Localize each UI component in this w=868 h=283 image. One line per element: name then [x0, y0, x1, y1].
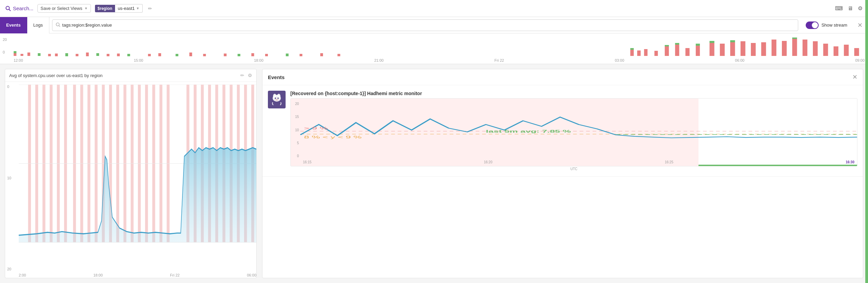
svg-rect-39	[675, 43, 679, 45]
x-label-1800: 18:00	[93, 273, 103, 277]
svg-rect-10	[55, 54, 58, 56]
svg-rect-44	[709, 41, 714, 43]
svg-rect-31	[630, 50, 634, 56]
timeline-x-labels: 12:00 15:00 18:00 21:00 Fri 22 03:00 06:…	[10, 58, 868, 62]
y-mini-label-0: 0	[297, 154, 299, 158]
svg-point-99	[277, 98, 279, 99]
show-stream-area: Show stream	[801, 21, 852, 29]
timeline-label-1500: 15:00	[134, 58, 143, 62]
x-mini-label-1615: 16:15	[303, 160, 311, 164]
mini-chart-utc-label: UTC	[290, 167, 857, 171]
search-field-icon	[56, 23, 60, 28]
right-panel-close-button[interactable]: ✕	[852, 73, 857, 81]
y-mini-label-15: 15	[295, 115, 299, 119]
timeline-label-2100: 21:00	[374, 58, 384, 62]
top-nav: Search... Save or Select Views ▼ $region…	[0, 0, 868, 17]
svg-rect-21	[189, 53, 192, 56]
tab-events[interactable]: Events	[0, 17, 27, 33]
mini-chart-x-labels: 16:15 16:20 16:25 16:30	[300, 158, 857, 166]
svg-text:last 5m avg: 7.85 %: last 5m avg: 7.85 %	[486, 129, 571, 133]
search-button[interactable]: Search...	[5, 5, 33, 11]
chart-settings-icon[interactable]: ⚙	[248, 73, 252, 78]
svg-rect-24	[238, 54, 240, 56]
views-dropdown-label: Save or Select Views	[41, 6, 82, 11]
region-selector: $region us-east1 ▼	[95, 4, 143, 13]
chart-title: Avg of system.cpu.user over us-east1 by …	[9, 73, 102, 78]
right-events-panel: Events ✕ [Recovere	[262, 69, 863, 278]
region-value-dropdown[interactable]: us-east1 ▼	[115, 4, 143, 13]
timeline-label-0900: 09:00	[855, 58, 865, 62]
monitor-icon[interactable]: 🖥	[848, 5, 853, 12]
edit-pencil-icon[interactable]: ✏	[148, 6, 152, 11]
svg-rect-9	[48, 54, 51, 56]
svg-rect-34	[644, 49, 647, 56]
region-chevron-icon: ▼	[136, 6, 140, 10]
timeline-y-label-0: 0	[3, 50, 5, 54]
timeline-svg	[10, 36, 868, 57]
svg-rect-11	[65, 53, 68, 56]
svg-rect-50	[761, 42, 766, 56]
chart-edit-icon[interactable]: ✏	[240, 73, 244, 78]
search-input[interactable]	[62, 23, 794, 28]
mini-chart-y-labels: 0 5 10 15 20	[291, 102, 300, 158]
svg-rect-60	[854, 48, 859, 56]
svg-rect-38	[675, 45, 679, 56]
svg-rect-48	[741, 41, 745, 56]
event-avatar	[268, 91, 286, 108]
svg-rect-7	[28, 53, 30, 56]
show-stream-label: Show stream	[821, 23, 847, 28]
chart-actions: ✏ ⚙	[240, 73, 252, 78]
x-mini-label-1625: 16:25	[665, 160, 673, 164]
search-icon	[5, 6, 11, 11]
y-mini-label-20: 20	[295, 102, 299, 106]
svg-rect-8	[38, 53, 41, 56]
svg-rect-41	[696, 46, 700, 56]
svg-point-98	[275, 98, 276, 99]
svg-rect-58	[834, 46, 838, 56]
svg-rect-20	[176, 54, 178, 56]
event-mini-chart: 0 5 10 15 20	[290, 98, 857, 166]
timeline-bars	[10, 36, 868, 57]
views-dropdown[interactable]: Save or Select Views ▼	[37, 4, 91, 13]
y-label-20: 20	[7, 267, 11, 271]
show-stream-toggle[interactable]	[806, 21, 819, 29]
x-mini-label-1630: 16:30	[846, 160, 854, 164]
x-label-0600: 06:00	[247, 273, 256, 277]
svg-rect-54	[792, 38, 797, 39]
svg-rect-47	[730, 40, 735, 42]
svg-rect-17	[127, 54, 130, 56]
main-content: Avg of system.cpu.user over us-east1 by …	[0, 64, 868, 283]
chart-y-axis: 20 10 0	[7, 85, 11, 271]
svg-rect-59	[844, 45, 849, 56]
chart-x-labels: 2:00 18:00 Fri 22 06:00	[19, 273, 256, 277]
search-field[interactable]	[52, 19, 798, 31]
svg-point-100	[275, 99, 278, 101]
svg-rect-57	[823, 44, 828, 56]
svg-rect-55	[803, 40, 807, 56]
svg-rect-12	[76, 54, 78, 56]
y-mini-label-10: 10	[295, 128, 299, 132]
y-label-0: 0	[7, 85, 11, 89]
region-value-label: us-east1	[118, 6, 135, 11]
event-card: [Recovered on {host:compute-1}] Hadhemi …	[262, 85, 863, 177]
keyboard-icon[interactable]: ⌨	[835, 5, 843, 12]
tab-logs[interactable]: Logs	[27, 17, 49, 33]
svg-rect-49	[751, 43, 756, 56]
settings-gear-icon[interactable]: ⚙	[858, 5, 863, 12]
nav-right-icons: ⌨ 🖥 ⚙	[835, 5, 863, 12]
svg-rect-51	[772, 40, 776, 56]
y-mini-label-5: 5	[297, 141, 299, 145]
svg-rect-56	[813, 41, 818, 56]
svg-rect-37	[665, 45, 669, 46]
svg-line-3	[59, 26, 60, 27]
svg-rect-26	[265, 54, 268, 56]
event-title: [Recovered on {host:compute-1}] Hadhemi …	[290, 91, 857, 96]
main-chart-svg	[19, 85, 256, 271]
mini-chart-svg: > 9 % 8 % < y < 9 % last 5m avg: 7.85 %	[300, 99, 857, 158]
svg-rect-22	[203, 54, 206, 56]
svg-rect-33	[637, 50, 641, 56]
timeline-label-1200: 12:00	[14, 58, 23, 62]
svg-rect-53	[792, 39, 797, 56]
mini-chart-svg-area: > 9 % 8 % < y < 9 % last 5m avg: 7.85 %	[300, 99, 857, 158]
svg-rect-14	[96, 53, 99, 56]
